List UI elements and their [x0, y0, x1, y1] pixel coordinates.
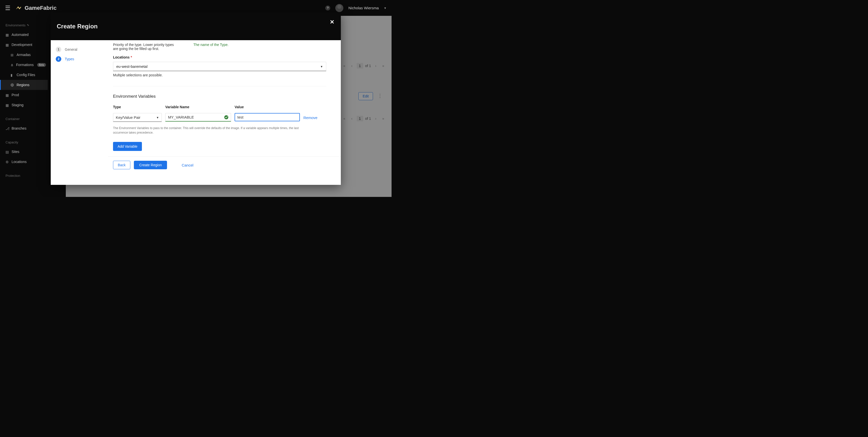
chevron-down-icon: ▼ — [156, 116, 159, 119]
stepper: 1 General 2 Types — [51, 40, 108, 185]
modal: Create Region ✕ 1 General 2 Types Priori… — [51, 12, 341, 185]
env-vars-title: Environment Variables — [113, 94, 326, 99]
priority-help: Priority of the type. Lower priority typ… — [113, 43, 178, 51]
locations-select[interactable]: eu-west-baremetal ▼ — [113, 62, 326, 71]
locations-value: eu-west-baremetal — [116, 64, 148, 68]
create-region-button[interactable]: Create Region — [134, 161, 167, 169]
step-general[interactable]: 1 General — [56, 45, 103, 54]
back-button[interactable]: Back — [113, 161, 130, 169]
variable-name-input[interactable]: MY_VARIABLE — [165, 113, 231, 122]
step-types[interactable]: 2 Types — [56, 54, 103, 64]
col-type: Type — [113, 105, 162, 109]
close-icon[interactable]: ✕ — [330, 19, 334, 25]
chevron-down-icon: ▼ — [320, 65, 323, 68]
value-input[interactable]: test — [235, 113, 300, 121]
locations-hint: Multiple selections are possible. — [113, 73, 326, 77]
cancel-link[interactable]: Cancel — [182, 163, 193, 167]
modal-header: Create Region ✕ — [51, 12, 341, 40]
add-variable-button[interactable]: Add Variable — [113, 142, 142, 151]
remove-link[interactable]: Remove — [303, 114, 326, 122]
col-value: Value — [235, 105, 300, 109]
type-name-help: The name of the Type. — [193, 43, 228, 51]
locations-label: Locations* — [113, 55, 326, 59]
check-icon — [224, 115, 228, 119]
col-name: Variable Name — [165, 105, 231, 109]
form-panel: Priority of the type. Lower priority typ… — [108, 40, 341, 185]
env-hint: The Environment Variables to pass to the… — [113, 126, 314, 135]
modal-overlay: Create Region ✕ 1 General 2 Types Priori… — [0, 0, 392, 197]
modal-title: Create Region — [57, 23, 98, 30]
type-select[interactable]: Key/Value Pair ▼ — [113, 113, 162, 122]
